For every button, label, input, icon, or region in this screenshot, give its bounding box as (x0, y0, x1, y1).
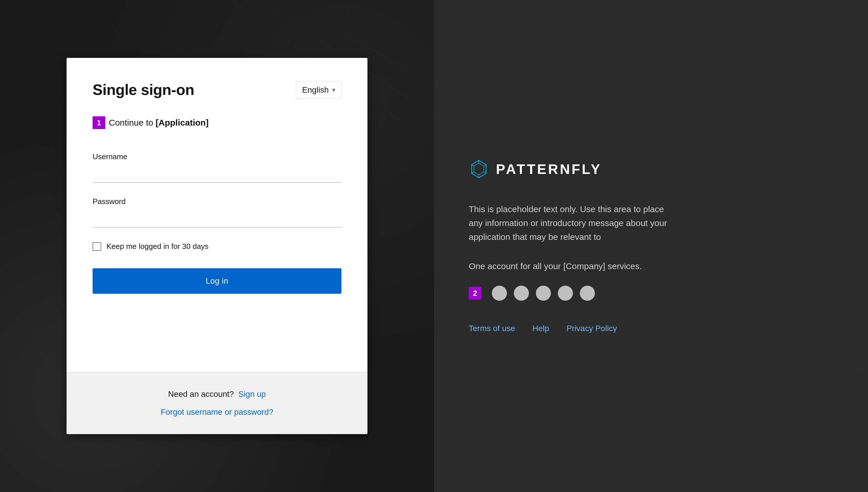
step-2-badge: 2 (469, 287, 481, 299)
page-title: Single sign-on (93, 81, 194, 98)
username-input[interactable] (93, 165, 341, 182)
card-footer: Need an account? Sign up Forgot username… (67, 372, 367, 434)
login-button[interactable]: Log in (93, 268, 341, 294)
signup-link[interactable]: Sign up (238, 390, 266, 398)
circle-1 (492, 286, 507, 301)
circle-5 (580, 286, 595, 301)
language-label: English (302, 85, 329, 95)
brand-name: PATTERNFLY (496, 161, 602, 177)
remember-checkbox[interactable] (93, 242, 101, 251)
svg-marker-11 (474, 163, 484, 175)
language-selector[interactable]: English ▾ (296, 81, 341, 99)
company-text: One account for all your [Company] servi… (469, 261, 833, 271)
circle-3 (536, 286, 551, 301)
username-group: Username (93, 152, 341, 182)
username-label: Username (93, 152, 341, 161)
right-content: PATTERNFLY This is placeholder text only… (469, 159, 833, 333)
password-label: Password (93, 197, 341, 206)
terms-link[interactable]: Terms of use (469, 324, 515, 333)
continue-row: 1 Continue to [Application] (93, 116, 341, 129)
need-account-text: Need an account? Sign up (93, 390, 341, 399)
brand-logo: PATTERNFLY (469, 159, 833, 179)
password-input[interactable] (93, 210, 341, 227)
footer-links: Terms of use Help Privacy Policy (469, 324, 833, 333)
forgot-link[interactable]: Forgot username or password? (93, 408, 341, 417)
patternfly-logo-icon (469, 159, 489, 179)
step-1-badge: 1 (93, 116, 105, 129)
continue-label: Continue to [Application] (109, 118, 209, 128)
remember-label: Keep me logged in for 30 days (106, 242, 209, 251)
left-panel: Single sign-on English ▾ 1 Continue to [… (0, 0, 434, 492)
card-header: Single sign-on English ▾ (93, 81, 341, 99)
remember-row: Keep me logged in for 30 days (93, 242, 341, 251)
chevron-down-icon: ▾ (332, 86, 335, 94)
card-main: Single sign-on English ▾ 1 Continue to [… (67, 58, 367, 372)
circle-4 (558, 286, 573, 301)
placeholder-text: This is placeholder text only. Use this … (469, 202, 677, 244)
circle-2 (514, 286, 529, 301)
login-card: Single sign-on English ▾ 1 Continue to [… (67, 58, 367, 434)
right-panel: PATTERNFLY This is placeholder text only… (434, 0, 868, 492)
step2-row: 2 (469, 286, 833, 301)
help-link[interactable]: Help (532, 324, 549, 333)
password-group: Password (93, 197, 341, 227)
privacy-link[interactable]: Privacy Policy (566, 324, 617, 333)
